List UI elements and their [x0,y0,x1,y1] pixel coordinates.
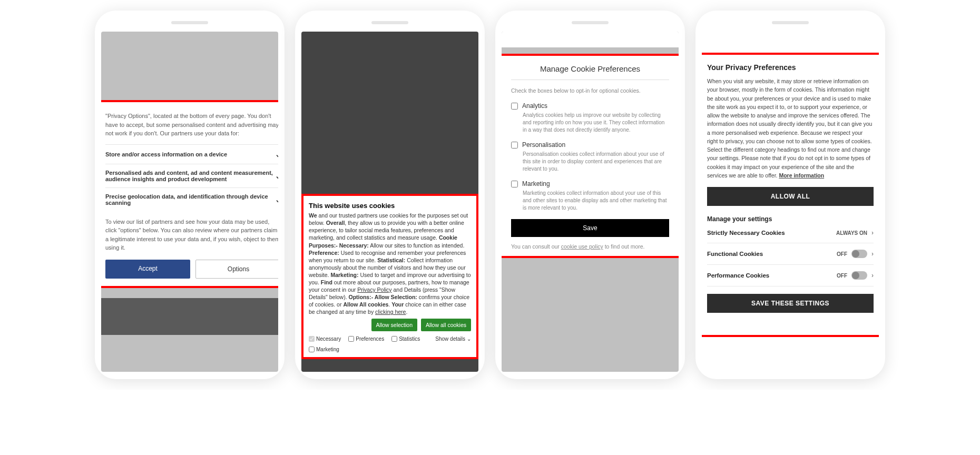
cookie-dialog: This website uses cookies We and our tru… [301,194,478,359]
phone-mockup-1: "Privacy Options", located at the bottom… [95,11,285,379]
personalisation-option: Personalisation Personalisation cookies … [511,141,669,173]
accordion-store-access[interactable]: Store and/or access information on a dev… [105,144,278,164]
phone-screen: "Privacy Options", located at the bottom… [101,32,278,372]
phone-speaker [171,21,208,24]
phone-speaker [371,21,408,24]
option-description: Analytics cookies help us improve our we… [511,112,669,134]
allow-all-button[interactable]: ALLOW ALL [707,187,874,206]
chevron-down-icon: ⌄ [275,195,278,204]
dialog-note-text: To view our list of partners and see how… [105,217,278,252]
phone-screen: This website uses cookies We and our tru… [301,32,478,372]
accordion-label: Store and/or access information on a dev… [105,151,227,157]
show-details-link[interactable]: Show details⌄ [435,335,471,342]
option-label: Marketing [522,180,550,187]
setting-right: OFF › [837,271,874,280]
functional-cookies-row[interactable]: Functional Cookies OFF › [707,243,874,265]
phone-speaker [572,21,609,24]
toggle-switch[interactable] [851,271,867,280]
accept-button[interactable]: Accept [105,260,190,279]
marketing-checkbox[interactable]: Marketing [309,346,471,353]
strictly-necessary-row[interactable]: Strictly Necessary Cookies ALWAYS ON › [707,223,874,243]
chevron-right-icon: › [871,272,874,279]
accordion-label: Precise geolocation data, and identifica… [105,193,275,206]
manage-settings-heading: Manage your settings [707,215,874,223]
cookie-policy-link[interactable]: cookie use policy [561,243,603,250]
phone-speaker [772,21,809,24]
more-information-link[interactable]: More information [779,172,824,179]
statistics-checkbox[interactable]: Statistics [391,335,420,342]
cookie-dialog: Manage Cookie Preferences Check the boxe… [502,54,679,258]
privacy-policy-link[interactable]: Privacy Policy [357,286,391,293]
setting-label: Strictly Necessary Cookies [707,230,785,236]
chevron-down-icon: ⌄ [467,335,471,342]
phone-screen: Your Privacy Preferences When you visit … [702,32,879,372]
consult-text: You can consult our cookie use policy to… [511,243,669,250]
checkbox-row: Necessary Preferences Statistics Show de… [309,335,471,353]
dialog-title: This website uses cookies [309,201,471,210]
dialog-title: Manage Cookie Preferences [511,64,669,73]
option-label: Personalisation [522,141,565,149]
clicking-here-link[interactable]: clicking here [375,309,406,315]
dialog-subtitle: Check the boxes below to opt-in for opti… [511,87,669,94]
setting-label: Functional Cookies [707,251,763,257]
setting-state: ALWAYS ON [836,230,867,236]
background-header [502,32,679,47]
setting-label: Performance Cookies [707,272,769,279]
setting-right: ALWAYS ON › [836,229,874,236]
phone-screen: Manage Cookie Preferences Check the boxe… [502,32,679,372]
marketing-option: Marketing Marketing cookies collect info… [511,180,669,212]
dialog-body: When you visit any website, it may store… [707,77,874,180]
analytics-checkbox[interactable] [511,103,518,110]
cookie-dialog: "Privacy Options", located at the bottom… [101,100,278,288]
phone-mockup-3: Manage Cookie Preferences Check the boxe… [495,11,685,379]
phone-mockup-2: This website uses cookies We and our tru… [295,11,485,379]
chevron-down-icon: ⌄ [275,150,278,159]
accordion-personalised-ads[interactable]: Personalised ads and content, ad and con… [105,164,278,187]
option-description: Marketing cookies collect information ab… [511,190,669,212]
toggle-switch[interactable] [851,250,867,258]
dialog-title: Your Privacy Preferences [707,63,874,72]
preferences-checkbox[interactable]: Preferences [348,335,384,342]
analytics-option: Analytics Analytics cookies help us impr… [511,102,669,134]
dialog-button-row: Allow selection Allow all cookies [309,319,471,331]
setting-state: OFF [837,273,847,279]
dialog-intro-text: "Privacy Options", located at the bottom… [105,112,278,138]
necessary-checkbox[interactable]: Necessary [309,335,341,342]
allow-all-button[interactable]: Allow all cookies [421,319,471,331]
phone-mockup-4: Your Privacy Preferences When you visit … [695,11,885,379]
background-bar [101,298,278,335]
option-description: Personalisation cookies collect informat… [511,151,669,173]
save-settings-button[interactable]: SAVE THESE SETTINGS [707,294,874,313]
bold-we: We [309,212,317,219]
divider [511,80,669,80]
dialog-button-row: Accept Options [105,260,278,279]
setting-state: OFF [837,251,847,257]
accordion-geolocation[interactable]: Precise geolocation data, and identifica… [105,187,278,211]
options-button[interactable]: Options [195,260,278,279]
allow-selection-button[interactable]: Allow selection [371,319,417,331]
dialog-body: We and our trusted partners use cookies … [309,212,471,315]
chevron-right-icon: › [871,229,874,236]
chevron-right-icon: › [871,250,874,258]
save-button[interactable]: Save [511,219,669,237]
accordion-label: Personalised ads and content, ad and con… [105,170,275,182]
cookie-dialog: Your Privacy Preferences When you visit … [702,53,879,337]
chevron-down-icon: ⌄ [275,172,278,180]
performance-cookies-row[interactable]: Performance Cookies OFF › [707,265,874,286]
personalisation-checkbox[interactable] [511,142,518,149]
setting-right: OFF › [837,250,874,258]
option-label: Analytics [522,102,547,110]
marketing-checkbox[interactable] [511,181,518,187]
